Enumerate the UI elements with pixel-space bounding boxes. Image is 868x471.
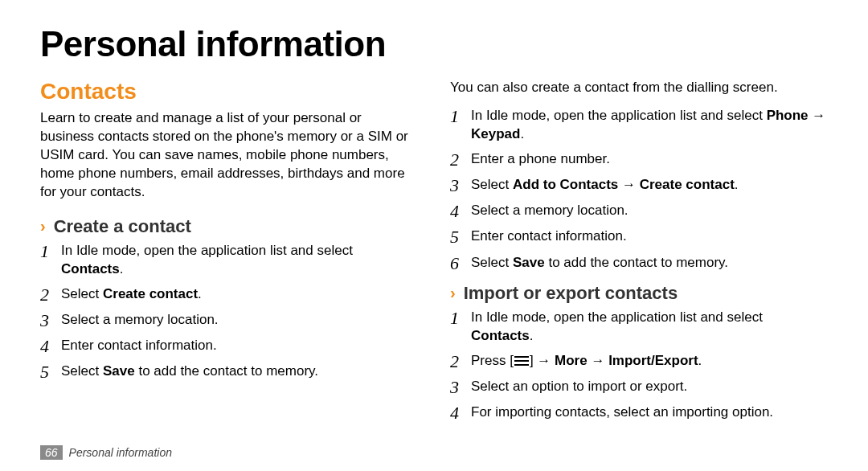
footer-label: Personal information <box>69 446 172 459</box>
step-number: 4 <box>450 202 471 221</box>
step-text: Select <box>471 177 513 192</box>
list-item: 2 Select Create contact. <box>40 285 418 305</box>
dialling-lead: You can also create a contact from the d… <box>450 79 828 97</box>
step-text: In Idle mode, open the application list … <box>471 108 767 123</box>
step-number: 1 <box>40 242 61 261</box>
list-item: 1 In Idle mode, open the application lis… <box>450 107 828 144</box>
contacts-intro: Learn to create and manage a list of you… <box>40 109 418 202</box>
step-text: . <box>120 261 124 276</box>
create-contact-steps: 1 In Idle mode, open the application lis… <box>40 242 418 383</box>
menu-icon <box>514 356 529 366</box>
step-number: 3 <box>40 311 61 330</box>
step-bold: Contacts <box>471 328 530 343</box>
page-number: 66 <box>40 445 63 460</box>
page-title: Personal information <box>40 24 828 64</box>
step-bold: Save <box>103 363 135 379</box>
step-number: 1 <box>450 107 471 126</box>
list-item: 4 Select a memory location. <box>450 202 828 221</box>
chevron-right-icon: › <box>450 284 456 302</box>
step-text: Select <box>61 286 103 301</box>
import-export-steps: 1 In Idle mode, open the application lis… <box>450 309 828 423</box>
right-column: You can also create a contact from the d… <box>450 79 828 429</box>
step-bold: Save <box>513 255 545 270</box>
step-text: Press [ <box>471 353 514 368</box>
step-text: In Idle mode, open the application list … <box>61 243 353 258</box>
list-item: 1 In Idle mode, open the application lis… <box>450 309 828 346</box>
subheading-import-export-text: Import or export contacts <box>464 283 678 304</box>
list-item: 3 Select an option to import or export. <box>450 378 828 397</box>
step-text: to add the contact to memory. <box>135 363 318 379</box>
step-bold: More → Import/Export <box>555 353 698 368</box>
step-number: 4 <box>40 337 61 356</box>
step-bold: Add to Contacts → Create contact <box>513 177 735 192</box>
list-item: 4 For importing contacts, select an impo… <box>450 403 828 423</box>
list-item: 3 Select Add to Contacts → Create contac… <box>450 176 828 195</box>
step-number: 2 <box>450 352 471 371</box>
step-text: . <box>530 328 534 343</box>
step-number: 2 <box>40 285 61 305</box>
step-text: Select a memory location. <box>61 311 418 330</box>
step-text: . <box>520 126 524 141</box>
step-text: Select an option to import or export. <box>471 378 828 396</box>
left-column: Contacts Learn to create and manage a li… <box>40 79 418 429</box>
step-text: Enter contact information. <box>61 337 418 355</box>
step-text: Select a memory location. <box>471 202 828 220</box>
list-item: 4 Enter contact information. <box>40 337 418 356</box>
subheading-create-contact-text: Create a contact <box>54 216 191 237</box>
list-item: 3 Select a memory location. <box>40 311 418 330</box>
chevron-right-icon: › <box>40 217 46 236</box>
step-text: . <box>198 286 202 301</box>
step-number: 5 <box>450 227 471 247</box>
step-text: Enter contact information. <box>471 227 828 246</box>
step-number: 4 <box>450 403 471 423</box>
step-text: For importing contacts, select an import… <box>471 403 828 422</box>
subheading-create-contact: › Create a contact <box>40 216 418 237</box>
step-text: Enter a phone number. <box>471 150 828 169</box>
step-bold: Create contact <box>103 286 198 301</box>
step-number: 3 <box>450 378 471 397</box>
step-text: ] → <box>530 353 555 368</box>
list-item: 5 Select Save to add the contact to memo… <box>40 362 418 382</box>
list-item: 2 Enter a phone number. <box>450 150 828 170</box>
step-text: In Idle mode, open the application list … <box>471 309 763 325</box>
dialling-steps: 1 In Idle mode, open the application lis… <box>450 107 828 273</box>
list-item: 1 In Idle mode, open the application lis… <box>40 242 418 279</box>
list-item: 5 Enter contact information. <box>450 227 828 247</box>
subheading-import-export: › Import or export contacts <box>450 283 828 304</box>
list-item: 6 Select Save to add the contact to memo… <box>450 254 828 273</box>
step-number: 1 <box>450 309 471 328</box>
list-item: 2 Press [] → More → Import/Export. <box>450 352 828 371</box>
step-number: 3 <box>450 176 471 195</box>
step-text: . <box>735 177 739 192</box>
step-number: 6 <box>450 254 471 273</box>
step-bold: Contacts <box>61 261 120 276</box>
step-number: 2 <box>450 150 471 170</box>
section-heading-contacts: Contacts <box>40 79 418 104</box>
step-text: Select <box>61 363 103 379</box>
step-text: to add the contact to memory. <box>545 255 728 270</box>
step-number: 5 <box>40 362 61 382</box>
step-text: . <box>698 353 702 368</box>
page-footer: 66 Personal information <box>40 445 172 460</box>
step-text: Select <box>471 255 513 270</box>
